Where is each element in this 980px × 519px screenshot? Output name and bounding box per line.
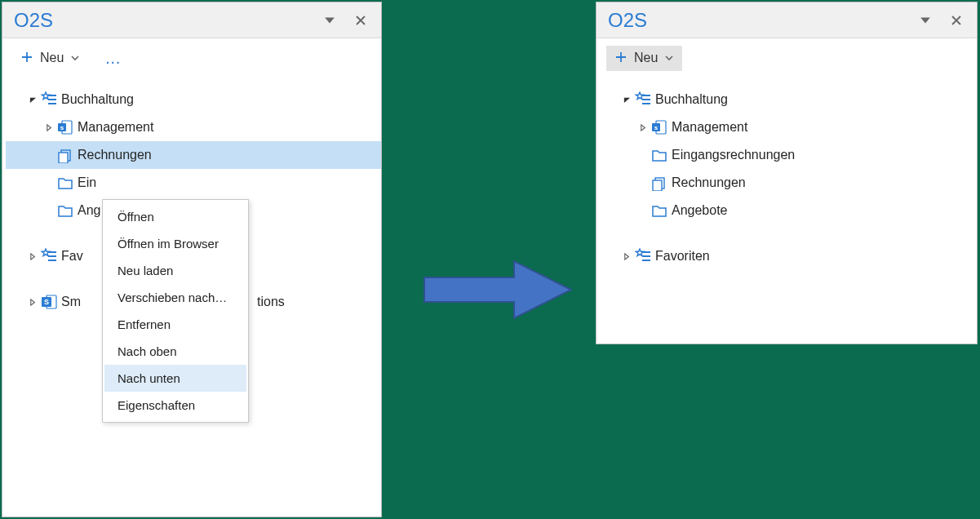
tree-node-label: Rechnungen <box>670 175 746 190</box>
new-button-label: Neu <box>40 51 64 65</box>
twisty-closed-icon[interactable] <box>27 299 38 306</box>
sharepoint-logo-icon <box>38 294 60 310</box>
tree-node-buchhaltung[interactable]: Buchhaltung <box>600 86 977 113</box>
tree-node-rechnungen[interactable]: Rechnungen <box>6 141 381 169</box>
tree-node-label: Management <box>76 120 153 135</box>
tree-node-buchhaltung[interactable]: Buchhaltung <box>6 86 381 113</box>
chevron-down-icon <box>70 51 80 65</box>
tree-node-label: Management <box>670 120 747 135</box>
tree-node-label: Ein <box>76 175 96 190</box>
ctx-move-up[interactable]: Nach oben <box>104 338 246 365</box>
ctx-open-browser[interactable]: Öffnen im Browser <box>104 230 246 257</box>
tree-node-angebote[interactable]: Angebote <box>600 197 977 224</box>
favorites-icon <box>38 248 60 264</box>
more-button[interactable]: … <box>100 44 127 73</box>
tree-node-label-suffix: tions <box>255 295 285 309</box>
new-button-label: Neu <box>634 51 658 65</box>
tree-node-label: Angebote <box>670 203 728 218</box>
right-pane: O2S Neu Buchhaltung Management Eingan <box>596 2 978 344</box>
library-icon <box>649 175 670 191</box>
folder-icon <box>649 202 670 219</box>
new-button[interactable]: Neu <box>12 46 88 71</box>
left-pane: O2S Neu … Buchhaltung Management <box>2 2 382 517</box>
tree-node-label: Sm <box>60 295 81 309</box>
tree-node-label: Buchhaltung <box>654 92 728 107</box>
close-button[interactable] <box>941 2 972 38</box>
twisty-closed-icon[interactable] <box>637 124 649 131</box>
favorites-icon <box>632 91 654 108</box>
ctx-remove[interactable]: Entfernen <box>104 311 246 338</box>
plus-icon <box>614 51 627 66</box>
twisty-open-icon[interactable] <box>27 96 38 104</box>
tree-node-management[interactable]: Management <box>600 113 977 141</box>
toolbar: Neu <box>596 38 977 78</box>
ctx-move-to[interactable]: Verschieben nach… <box>104 284 246 311</box>
folder-icon <box>55 202 76 219</box>
context-menu: Öffnen Öffnen im Browser Neu laden Versc… <box>102 199 249 423</box>
tree-node-rechnungen[interactable]: Rechnungen <box>600 169 977 197</box>
ctx-move-down[interactable]: Nach unten <box>104 365 246 392</box>
sharepoint-icon <box>55 119 76 135</box>
tree-node-label: Rechnungen <box>76 148 152 162</box>
tree-node-favoriten[interactable]: Favoriten <box>600 242 977 270</box>
titlebar: O2S <box>2 2 381 38</box>
twisty-closed-icon[interactable] <box>43 124 55 131</box>
plus-icon <box>20 51 33 66</box>
titlebar: O2S <box>596 2 977 38</box>
tree-node-label: Fav <box>60 249 83 264</box>
dropdown-button[interactable] <box>314 2 345 38</box>
tree-right: Buchhaltung Management Eingangsrechnunge… <box>596 78 977 278</box>
arrow-right-icon <box>416 253 579 326</box>
app-title: O2S <box>608 9 910 32</box>
twisty-closed-icon[interactable] <box>621 253 632 260</box>
dropdown-button[interactable] <box>910 2 941 38</box>
ctx-reload[interactable]: Neu laden <box>104 257 246 284</box>
tree-node-eingangsrechnungen[interactable]: Eingangsrechnungen <box>600 141 977 169</box>
ctx-open[interactable]: Öffnen <box>104 203 246 230</box>
new-button[interactable]: Neu <box>606 46 682 71</box>
sharepoint-icon <box>649 119 670 135</box>
folder-icon <box>649 147 670 163</box>
tree-node-label: Buchhaltung <box>60 92 134 107</box>
tree-node-ein[interactable]: Ein <box>6 169 381 197</box>
folder-icon <box>55 175 76 191</box>
favorites-icon <box>38 91 60 108</box>
tree-node-management[interactable]: Management <box>6 113 381 141</box>
app-title: O2S <box>14 9 314 32</box>
twisty-open-icon[interactable] <box>621 96 632 104</box>
library-icon <box>55 147 76 163</box>
favorites-icon <box>632 248 654 264</box>
toolbar: Neu … <box>2 38 381 78</box>
tree-node-label: Eingangsrechnungen <box>670 148 795 162</box>
close-button[interactable] <box>345 2 376 38</box>
ctx-properties[interactable]: Eigenschaften <box>104 392 246 419</box>
chevron-down-icon <box>664 51 674 65</box>
twisty-closed-icon[interactable] <box>27 253 38 260</box>
tree-node-label: Ang <box>76 203 100 218</box>
tree-node-label: Favoriten <box>654 249 710 264</box>
